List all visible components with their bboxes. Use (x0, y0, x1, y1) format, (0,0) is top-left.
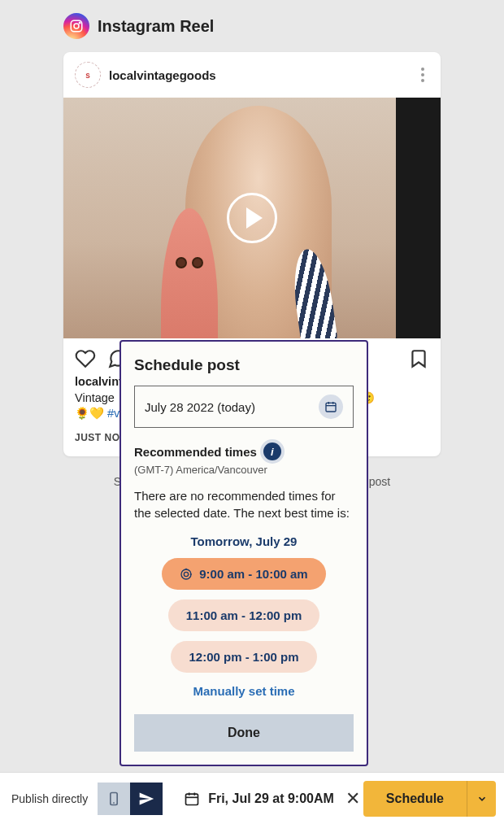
device-toggle-button[interactable] (98, 783, 130, 815)
time-option-label: 11:00 am - 12:00 pm (186, 608, 302, 622)
time-option-3[interactable]: 12:00 pm - 1:00 pm (171, 641, 316, 673)
schedule-button-group: Schedule (363, 781, 496, 817)
info-icon[interactable]: i (263, 443, 281, 460)
card-header: s localvintagegoods (63, 52, 441, 98)
next-best-day: Tomorrow, July 29 (134, 534, 354, 548)
more-options-icon[interactable] (416, 63, 429, 87)
timezone-label: (GMT-7) America/Vancouver (134, 464, 354, 476)
popover-title: Schedule post (134, 356, 354, 374)
target-icon (180, 568, 193, 581)
svg-point-1 (74, 24, 79, 28)
svg-point-8 (185, 572, 189, 576)
time-option-2[interactable]: 11:00 am - 12:00 pm (168, 599, 320, 631)
svg-point-7 (181, 569, 191, 579)
avatar[interactable]: s (75, 62, 101, 88)
page-header: Instagram Reel (0, 0, 504, 46)
page-title: Instagram Reel (98, 17, 214, 36)
done-button[interactable]: Done (134, 714, 354, 752)
svg-rect-3 (326, 403, 336, 412)
caption-emoji: 🌻💛 (75, 407, 107, 420)
svg-point-2 (79, 22, 80, 24)
recommended-message: There are no recommended times for the s… (134, 487, 354, 521)
schedule-post-popover: Schedule post July 28 2022 (today) Recom… (119, 340, 368, 766)
recommended-times-header: Recommended times i (134, 443, 354, 460)
time-option-label: 9:00 am - 10:00 am (199, 567, 307, 581)
instagram-icon (63, 13, 89, 39)
clear-schedule-icon[interactable]: ✕ (345, 788, 360, 809)
date-picker-field[interactable]: July 28 2022 (today) (134, 386, 354, 428)
calendar-icon[interactable] (319, 395, 343, 419)
play-icon[interactable] (227, 193, 277, 243)
bookmark-icon[interactable] (408, 348, 429, 369)
username[interactable]: localvintagegoods (109, 68, 216, 82)
scheduled-time-display[interactable]: Fri, Jul 29 at 9:00AM (184, 791, 334, 807)
bottom-toolbar: Publish directly Fri, Jul 29 at 9:00AM ✕… (0, 772, 504, 824)
date-value: July 28 2022 (today) (145, 400, 255, 414)
chevron-down-icon (476, 793, 488, 804)
svg-rect-13 (186, 794, 198, 804)
media-preview[interactable] (63, 98, 441, 338)
manual-time-link[interactable]: Manually set time (134, 684, 354, 698)
publish-directly-label: Publish directly (11, 792, 88, 805)
recommended-label: Recommended times (134, 445, 257, 459)
schedule-dropdown-button[interactable] (467, 781, 496, 817)
time-option-1[interactable]: 9:00 am - 10:00 am (162, 558, 325, 590)
time-option-label: 12:00 pm - 1:00 pm (189, 650, 298, 664)
heart-icon[interactable] (75, 348, 96, 369)
calendar-icon (184, 791, 200, 807)
send-toggle-button[interactable] (130, 783, 163, 815)
caption-text-1: Vintage (75, 391, 118, 404)
time-options: 9:00 am - 10:00 am 11:00 am - 12:00 pm 1… (134, 558, 354, 673)
schedule-button[interactable]: Schedule (363, 781, 467, 817)
scheduled-time-text: Fri, Jul 29 at 9:00AM (208, 791, 334, 806)
